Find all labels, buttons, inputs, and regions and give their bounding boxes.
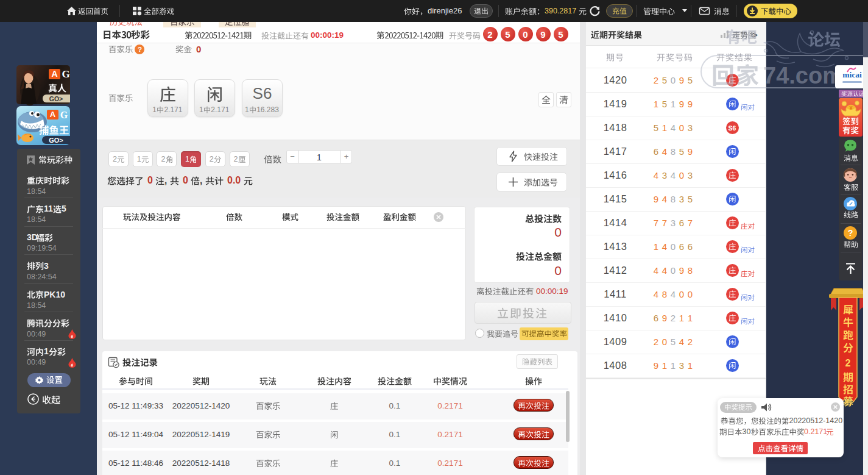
svg-text:¥: ¥ xyxy=(849,105,852,111)
svg-text:?: ? xyxy=(848,228,853,238)
